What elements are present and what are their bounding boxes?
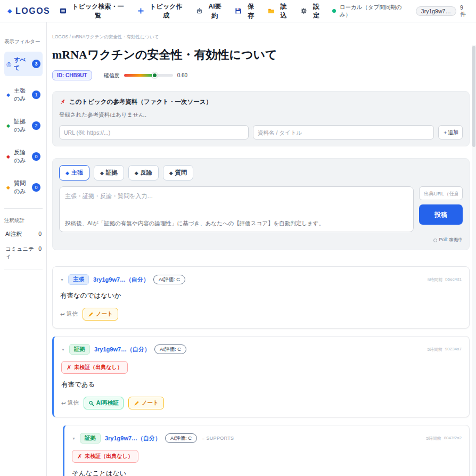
reply-button[interactable]: ↩ 返信 — [60, 310, 78, 318]
tab-evidence-diamond-icon: ◆ — [100, 170, 104, 176]
post-author[interactable]: 3ry1g9w7…（自分） — [93, 276, 149, 284]
filter-sidebar: 表示フィルター ◎ すべて 3 ◆ 主張のみ 1 ◆ 証拠のみ 2 ◆ 反論のみ… — [0, 22, 47, 476]
post-id: 8047f2a2 — [444, 436, 462, 441]
nav-save-label: 保存 — [244, 2, 257, 20]
confidence-thumb[interactable] — [152, 72, 158, 78]
storage-status-icon — [332, 9, 336, 13]
nav-topic-search[interactable]: トピック検索・一覧 — [60, 2, 127, 20]
filter-rebuttals-label: 反論のみ — [14, 149, 30, 165]
poll-status-label: Poll: 稼働中 — [439, 237, 463, 243]
add-reference-button[interactable]: ＋追加 — [438, 125, 463, 139]
topic-list-icon — [60, 7, 67, 14]
source-url-input[interactable] — [419, 186, 463, 200]
tab-rebuttal[interactable]: ◆ 反論 — [128, 165, 159, 180]
composer-row: 主張・証拠・反論・質問を入力… 投稿後、AIが「証拠の有無や内容の論理性」に基づ… — [59, 186, 463, 232]
all-filter-icon: ◎ — [6, 61, 12, 68]
relation-label: ←SUPPORTS — [201, 436, 234, 441]
poll-status-icon — [433, 239, 437, 242]
post-author[interactable]: 3ry1g9w7…（自分） — [105, 434, 161, 442]
nav-settings[interactable]: 設定 — [300, 2, 323, 20]
reply-arrow-icon: ↩ — [61, 400, 66, 406]
filter-claims[interactable]: ◆ 主張のみ 1 — [4, 83, 43, 107]
filter-evidence-count: 2 — [32, 121, 40, 130]
nav-save[interactable]: 保存 — [235, 2, 257, 20]
app-logo[interactable]: ◆ LOGOS — [7, 6, 50, 16]
post-timestamp: 5時間前 — [428, 277, 442, 283]
ai-rating-badge: AI評価: C — [154, 344, 186, 354]
filter-all-count: 3 — [32, 60, 40, 68]
post-body: 有害なのではないか — [60, 291, 462, 300]
breadcrumb[interactable]: LOGOS / mRNAワクチンの安全性・有効性について — [52, 34, 470, 40]
user-id-pill[interactable]: 3ry1g9w7… — [416, 6, 456, 16]
filter-questions-label: 質問のみ — [14, 179, 30, 195]
nav-topic-create-label: トピック作成 — [147, 2, 185, 20]
tab-rebuttal-label: 反論 — [141, 169, 152, 177]
reply-button[interactable]: ↩ 返信 — [61, 399, 79, 407]
nav-ai-summary[interactable]: AI要約 — [196, 2, 224, 20]
tab-evidence[interactable]: ◆ 証拠 — [94, 165, 124, 180]
tab-claim-label: 主張 — [71, 169, 83, 177]
evidence-diamond-icon: ◆ — [6, 123, 12, 128]
post-type-tabs: ◆ 主張 ◆ 証拠 ◆ 反論 ◆ 質問 — [59, 165, 463, 180]
claim-diamond-icon: ◆ — [6, 92, 12, 97]
filter-questions[interactable]: ◆ 質問のみ 0 — [4, 175, 43, 200]
reference-url-input[interactable] — [59, 125, 249, 139]
tab-rebuttal-diamond-icon: ◆ — [135, 170, 138, 176]
post-input-placeholder: 主張・証拠・反論・質問を入力… — [65, 192, 408, 200]
reply-arrow-icon: ↩ — [60, 311, 65, 317]
filter-rebuttals[interactable]: ◆ 反論のみ 0 — [4, 144, 43, 169]
tab-question[interactable]: ◆ 質問 — [163, 165, 193, 180]
scrollbar-thumb[interactable] — [472, 46, 475, 147]
page-body: 表示フィルター ◎ すべて 3 ◆ 主張のみ 1 ◆ 証拠のみ 2 ◆ 反論のみ… — [0, 22, 476, 476]
app-root: ◆ LOGOS トピック検索・一覧 トピック作成 AI要約 保存 読込 — [0, 0, 476, 476]
gear-icon — [300, 7, 307, 14]
filter-evidence[interactable]: ◆ 証拠のみ 2 — [4, 113, 43, 138]
nav-load[interactable]: 読込 — [268, 2, 290, 20]
top-navigation-bar: ◆ LOGOS トピック検索・一覧 トピック作成 AI要約 保存 読込 — [0, 0, 476, 22]
note-button[interactable]: ノート — [128, 397, 164, 409]
topic-id-badge: ID: CHB9UT — [52, 70, 92, 80]
post-type-badge: 証拠 — [80, 433, 101, 444]
filter-all[interactable]: ◎ すべて 3 — [4, 52, 43, 76]
logo-text: LOGOS — [15, 6, 50, 16]
nav-topic-create[interactable]: トピック作成 — [137, 2, 185, 20]
post-card-evidence-reply: ▼ 証拠 3ry1g9w7…（自分） AI評価: C ←SUPPORTS 5時間… — [63, 425, 470, 476]
note-label: ノート — [96, 310, 113, 318]
post-id: 90234a7 — [445, 347, 462, 352]
plus-icon — [137, 7, 144, 14]
filter-all-label: すべて — [14, 56, 30, 72]
tab-question-label: 質問 — [175, 169, 187, 177]
confidence-fill — [124, 74, 153, 77]
nav-ai-summary-label: AI要約 — [206, 2, 224, 20]
ai-recheck-button[interactable]: AI再検証 — [84, 397, 124, 409]
item-count-label: 9件 — [460, 4, 469, 18]
composer-panel: ◆ 主張 ◆ 証拠 ◆ 反論 ◆ 質問 — [52, 158, 470, 250]
post-id: b6ec4d1 — [445, 277, 462, 283]
filter-evidence-label: 証拠のみ — [14, 118, 30, 134]
floppy-save-icon — [235, 7, 242, 14]
filter-claims-count: 1 — [32, 91, 40, 99]
reference-title-input[interactable] — [253, 125, 434, 139]
tab-claim[interactable]: ◆ 主張 — [59, 165, 89, 180]
post-author[interactable]: 3ry1g9w7…（自分） — [94, 346, 150, 354]
submit-post-button[interactable]: 投稿 — [419, 204, 463, 225]
x-mark-icon: ✗ — [67, 364, 71, 371]
collapse-toggle-icon[interactable]: ▼ — [72, 437, 76, 440]
reference-empty-message: 登録された参考資料はありません。 — [59, 111, 463, 119]
unverified-badge: ✗ 未検証（出典なし） — [72, 450, 138, 463]
confidence-slider[interactable] — [124, 74, 173, 77]
page-scrollbar[interactable] — [472, 45, 476, 476]
post-text-input[interactable]: 主張・証拠・反論・質問を入力… 投稿後、AIが「証拠の有無や内容の論理性」に基づ… — [59, 186, 414, 232]
stat-ai-value: 0 — [38, 231, 42, 238]
collapse-toggle-icon[interactable]: ▼ — [61, 348, 65, 351]
filter-rebuttals-count: 0 — [32, 152, 40, 161]
topic-meta-row: ID: CHB9UT 確信度 0.60 — [52, 70, 470, 80]
question-diamond-icon: ◆ — [6, 185, 12, 190]
confidence-label: 確信度 — [104, 72, 120, 79]
reference-heading-text: このトピックの参考資料（ファクト・一次ソース） — [69, 98, 212, 106]
pushpin-icon — [59, 99, 66, 105]
collapse-toggle-icon[interactable]: ▼ — [60, 278, 64, 282]
note-button[interactable]: ノート — [83, 308, 118, 321]
unverified-badge: ✗ 未検証（出典なし） — [61, 361, 128, 374]
post-meta: 5時間前 8047f2a2 — [426, 436, 462, 441]
